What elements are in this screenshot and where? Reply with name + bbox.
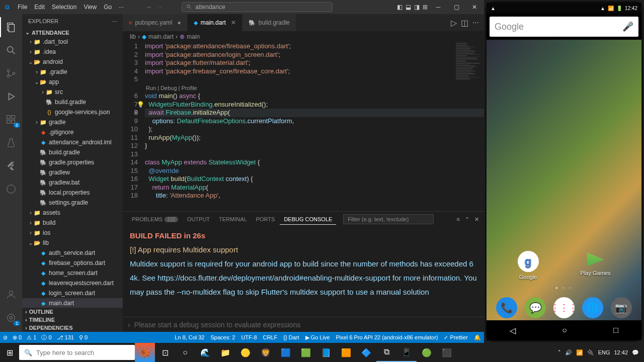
panel-tab[interactable]: Problems132	[128, 214, 182, 224]
panel-collapse-icon[interactable]: ⌃	[465, 216, 469, 223]
messages-icon[interactable]: 💬	[525, 297, 546, 318]
debug-console[interactable]: BUILD FAILED in 26s[!] App requires Mult…	[123, 227, 484, 317]
status-item[interactable]: CRLF	[263, 334, 278, 341]
run-icon[interactable]: ▷	[451, 18, 457, 28]
tree-node[interactable]: ⌄📂android	[22, 57, 123, 67]
tree-node[interactable]: ◆.gitignore	[22, 127, 123, 137]
status-item[interactable]: ⎇ 131	[57, 334, 74, 341]
taskbar-app4-icon[interactable]: 🔷	[356, 343, 376, 362]
status-item[interactable]: ⚲ 0	[79, 334, 88, 341]
outline-section[interactable]: ›OUTLINE	[22, 308, 123, 316]
status-item[interactable]: 🔔	[474, 334, 481, 341]
debug-filter-input[interactable]: Filter (e.g. text, !exclude)	[343, 214, 434, 224]
menu-file[interactable]: File	[14, 4, 31, 11]
activity-flutter-icon[interactable]	[0, 156, 22, 176]
tree-node[interactable]: ◆home_screen.dart	[22, 268, 123, 278]
project-section[interactable]: ⌄ATTENDANCE	[22, 28, 123, 37]
tree-node[interactable]: ›📁assets	[22, 208, 123, 218]
panel-tab[interactable]: Debug Console	[280, 214, 336, 225]
tray-volume-icon[interactable]: 🔊	[565, 349, 572, 356]
tree-node[interactable]: ◆main.dart	[22, 298, 123, 308]
tray-time[interactable]: 12:42	[614, 349, 628, 355]
status-item[interactable]: ⓘ 0	[41, 334, 51, 341]
taskbar-chrome-icon[interactable]: 🟡	[235, 343, 256, 362]
taskbar-search[interactable]: 🔍Type here to search	[19, 345, 135, 360]
window-close[interactable]: ✕	[467, 0, 482, 14]
nav-back-icon[interactable]: ◁	[510, 326, 516, 335]
status-item[interactable]: Ln 8, Col 32	[175, 334, 204, 341]
tree-node[interactable]: ›📁build	[22, 218, 123, 228]
tree-node[interactable]: 🐘build.gradle	[22, 97, 123, 107]
tree-node[interactable]: 🐘gradle.properties	[22, 157, 123, 167]
activity-debug-icon[interactable]	[0, 86, 22, 107]
status-item[interactable]: ⊗ 0	[13, 334, 22, 341]
tray-wifi-icon[interactable]: 📶	[576, 349, 583, 356]
activity-explorer-icon[interactable]	[0, 17, 22, 37]
tree-node[interactable]: ›📁ios	[22, 228, 123, 238]
editor-tab[interactable]: ≡pubspec.yaml●	[123, 14, 188, 31]
tray-notifications-icon[interactable]: 💬	[632, 349, 639, 356]
activity-search-icon[interactable]	[0, 40, 22, 60]
taskbar-vscode-icon[interactable]: ⧉	[376, 343, 396, 362]
taskbar-taskview-icon[interactable]: ⊡	[155, 343, 175, 362]
activity-test-icon[interactable]	[0, 133, 22, 153]
panel-settings-icon[interactable]: ≡	[457, 216, 460, 223]
tree-node[interactable]: {}google-services.json	[22, 107, 123, 117]
tree-node[interactable]: 🐘local.properties	[22, 188, 123, 198]
tray-chevron-icon[interactable]: ˄	[558, 349, 561, 356]
app-google[interactable]: g Google	[518, 251, 539, 280]
system-tray[interactable]: ˄ 🔊 📶 🔌 ENG 12:42 💬	[553, 349, 644, 356]
command-center-search[interactable]: attendance	[182, 2, 333, 12]
nav-back-icon[interactable]: ←	[146, 4, 152, 11]
nav-home-icon[interactable]: ○	[562, 326, 567, 335]
debug-repl-input[interactable]: ›Please start a debug session to evaluat…	[123, 317, 484, 332]
layout-bottom-icon[interactable]: ⬓	[406, 4, 411, 11]
tree-node[interactable]: ◆leaverequestscreen.dart	[22, 278, 123, 288]
menu-edit[interactable]: Edit	[31, 4, 48, 11]
taskbar-app6-icon[interactable]: ⬛	[437, 343, 457, 362]
tree-node[interactable]: ›📁.idea	[22, 47, 123, 57]
start-button[interactable]: ⊞	[0, 348, 19, 357]
status-item[interactable]: {} Dart	[283, 334, 299, 341]
panel-tab[interactable]: Ports	[252, 214, 279, 224]
phone-icon[interactable]: 📞	[496, 297, 517, 318]
tree-node[interactable]: ›📁src	[22, 87, 123, 97]
status-item[interactable]: ✓ Prettier	[444, 334, 468, 341]
mic-icon[interactable]: 🎤	[622, 21, 633, 32]
emulator-wallpaper[interactable]: g Google Play Games ● ○ ○ 📞 💬 ⋮⋮⋮ 🌐 📷 ◁ …	[487, 40, 641, 340]
tree-node[interactable]: ⌄📂app	[22, 77, 123, 87]
activity-github-icon[interactable]	[0, 179, 22, 199]
menu-selection[interactable]: Selection	[48, 4, 80, 11]
window-minimize[interactable]: ─	[431, 0, 446, 14]
tray-battery-icon[interactable]: 🔌	[587, 349, 594, 356]
panel-close-icon[interactable]: ✕	[474, 216, 479, 223]
window-maximize[interactable]: ▢	[449, 0, 464, 14]
status-item[interactable]: ⊘	[3, 334, 8, 341]
tree-node[interactable]: 🐘build.gradle	[22, 147, 123, 157]
nav-recent-icon[interactable]: □	[613, 326, 618, 335]
menu-view[interactable]: View	[80, 4, 100, 11]
tree-node[interactable]: 🐘gradlew	[22, 167, 123, 177]
taskbar-app1-icon[interactable]: 🟦	[276, 343, 296, 362]
taskbar-android-icon[interactable]: 📱	[396, 343, 417, 362]
panel-tab[interactable]: Output	[183, 214, 214, 224]
emulator-google-search[interactable]: Google 🎤	[490, 17, 638, 37]
activity-scm-icon[interactable]	[0, 63, 22, 83]
app-play-games[interactable]: Play Games	[581, 251, 611, 280]
split-icon[interactable]: ◫	[461, 18, 468, 28]
explorer-more-icon[interactable]: ···	[112, 18, 117, 24]
status-item[interactable]: Spaces: 2	[211, 334, 235, 341]
status-item[interactable]: UTF-8	[241, 334, 257, 341]
tray-lang[interactable]: ENG	[598, 349, 610, 355]
camera-icon[interactable]: 📷	[611, 297, 632, 318]
tree-node[interactable]: ◆auth_service.dart	[22, 248, 123, 258]
taskbar-edge-icon[interactable]: 🌊	[195, 343, 215, 362]
dependencies-section[interactable]: ›DEPENDENCIES	[22, 324, 123, 332]
status-item[interactable]: ⚠ 1	[27, 334, 36, 341]
tree-node[interactable]: 🐘gradlew.bat	[22, 177, 123, 188]
menu-go[interactable]: Go	[100, 4, 115, 11]
browser-icon[interactable]: 🌐	[582, 297, 603, 318]
layout-right-icon[interactable]: ◨	[414, 4, 420, 11]
editor-tab[interactable]: ◆main.dart✕	[188, 14, 243, 31]
taskbar-xampp-icon[interactable]: 🟧	[336, 343, 356, 362]
